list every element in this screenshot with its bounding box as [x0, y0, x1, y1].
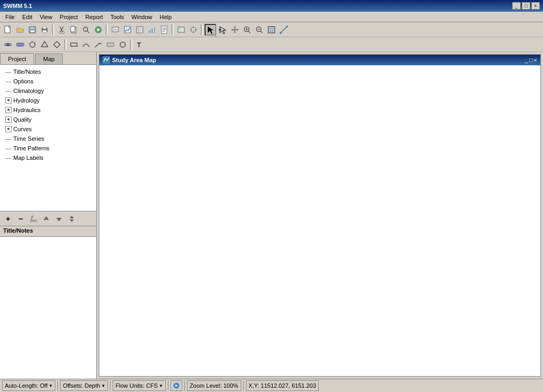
select-tool-button[interactable] [205, 24, 216, 36]
find-button[interactable] [80, 24, 92, 36]
full-extent-button[interactable] [266, 24, 277, 36]
tree-item-curves[interactable]: + Curves [0, 124, 96, 134]
map-minimize-button[interactable]: _ [525, 57, 528, 63]
menu-bar: File Edit View Project Report Tools Wind… [0, 12, 543, 22]
coordinates-display: X,Y: 11512.027, 6151.203 [246, 380, 319, 391]
menu-view[interactable]: View [37, 13, 56, 21]
map-canvas[interactable] [99, 65, 540, 376]
status-sep2 [110, 381, 111, 390]
pan-tool[interactable] [229, 24, 241, 36]
tree-item-options[interactable]: — Options [0, 76, 96, 86]
draw-diamond-btn[interactable] [51, 39, 63, 50]
tb-btn-graph[interactable] [122, 24, 133, 36]
tree-item-time-patterns[interactable]: — Time Patterns [0, 143, 96, 153]
draw-measure[interactable] [105, 39, 116, 50]
expand-hydraulics[interactable]: + [5, 107, 12, 113]
flow-units-selector[interactable]: Flow Units: CFS ▼ [113, 380, 165, 391]
tb-calibrate[interactable] [188, 24, 199, 36]
tab-map[interactable]: Map [35, 54, 62, 64]
tb-btn-table[interactable] [134, 24, 146, 36]
tree-item-title-notes[interactable]: — Title/Notes [0, 67, 96, 76]
sep5 [64, 39, 66, 50]
svg-point-62 [30, 42, 35, 47]
svg-marker-45 [237, 29, 239, 31]
expand-curves[interactable]: + [5, 126, 12, 132]
svg-line-51 [261, 31, 263, 33]
tb-btn-report[interactable] [158, 24, 170, 36]
svg-rect-4 [30, 30, 35, 32]
add-item-button[interactable]: + [2, 213, 14, 225]
tree-item-hydrology[interactable]: + Hydrology [0, 96, 96, 105]
svg-marker-78 [70, 216, 74, 218]
new-button[interactable] [2, 24, 14, 36]
map-window: Study Area Map _ □ × [99, 54, 541, 377]
move-up-button[interactable] [40, 213, 52, 225]
open-button[interactable] [14, 24, 26, 36]
status-icon-button[interactable] [171, 380, 182, 391]
expand-quality[interactable]: + [5, 116, 12, 123]
svg-line-13 [87, 31, 89, 33]
draw-link[interactable] [14, 39, 26, 50]
maximize-button[interactable]: □ [522, 2, 530, 10]
menu-tools[interactable]: Tools [107, 13, 128, 21]
print-button[interactable] [39, 24, 50, 36]
auto-length-selector[interactable]: Auto-Length: Off ▼ [2, 380, 55, 391]
sep3 [172, 24, 174, 35]
tree-item-climatology[interactable]: — Climatology [0, 86, 96, 96]
draw-node[interactable] [2, 39, 14, 50]
edit-item-button[interactable] [28, 213, 39, 225]
menu-project[interactable]: Project [56, 13, 81, 21]
menu-window[interactable]: Window [128, 13, 155, 21]
zoom-out-button[interactable] [253, 24, 265, 36]
tb-btn-stats[interactable] [146, 24, 158, 36]
svg-point-56 [279, 32, 282, 34]
map-restore-button[interactable]: □ [529, 57, 533, 63]
cut-button[interactable] [56, 24, 67, 36]
tree-item-map-labels[interactable]: — Map Labels [0, 153, 96, 163]
draw-arc-btn[interactable] [80, 39, 92, 50]
tb-scenario[interactable] [175, 24, 187, 36]
vertex-tool[interactable] [217, 24, 228, 36]
svg-rect-54 [270, 28, 273, 31]
expand-hydrology[interactable]: + [5, 97, 12, 104]
close-button[interactable]: × [531, 2, 540, 10]
tree-item-hydraulics[interactable]: + Hydraulics [0, 105, 96, 115]
menu-report[interactable]: Report [82, 13, 106, 21]
tb-rain-btn[interactable] [109, 24, 121, 36]
svg-point-59 [7, 44, 9, 46]
title-bar: SWMM 5.1 _ □ × [0, 0, 543, 12]
run-button[interactable] [92, 24, 104, 36]
draw-rect-btn[interactable] [68, 39, 80, 50]
zoom-in-button[interactable] [241, 24, 253, 36]
zoom-level-display: Zoom Level: 100% [187, 380, 241, 391]
text-tool-button[interactable]: T [134, 39, 146, 50]
remove-item-button[interactable]: − [15, 213, 27, 225]
save-button[interactable] [27, 24, 38, 36]
menu-help[interactable]: Help [156, 13, 175, 21]
notes-panel [0, 236, 96, 379]
svg-rect-27 [154, 27, 155, 33]
draw-circle-btn[interactable] [27, 39, 38, 50]
svg-rect-26 [151, 29, 153, 33]
menu-file[interactable]: File [2, 13, 18, 21]
main-area: Project Map — Title/Notes — Options — Cl… [0, 52, 543, 379]
tree-item-time-series[interactable]: — Time Series [0, 134, 96, 143]
tab-project[interactable]: Project [0, 53, 34, 64]
move-down-button[interactable] [53, 213, 65, 225]
draw-polygon-btn[interactable] [39, 39, 50, 50]
sep1 [52, 24, 54, 35]
offsets-selector[interactable]: Offsets: Depth ▼ [60, 380, 108, 391]
tree-item-quality[interactable]: + Quality [0, 115, 96, 124]
distance-button[interactable] [278, 24, 290, 36]
minimize-button[interactable]: _ [512, 2, 521, 10]
svg-rect-25 [149, 30, 150, 33]
sort-button[interactable] [66, 213, 78, 225]
map-close-button[interactable]: × [534, 57, 537, 63]
menu-edit[interactable]: Edit [19, 13, 36, 21]
copy-button[interactable] [68, 24, 80, 36]
svg-marker-79 [70, 219, 74, 222]
toolbar-main [0, 22, 543, 37]
svg-rect-32 [178, 27, 184, 32]
draw-freehand[interactable] [92, 39, 104, 50]
draw-inscribe[interactable] [117, 39, 129, 50]
